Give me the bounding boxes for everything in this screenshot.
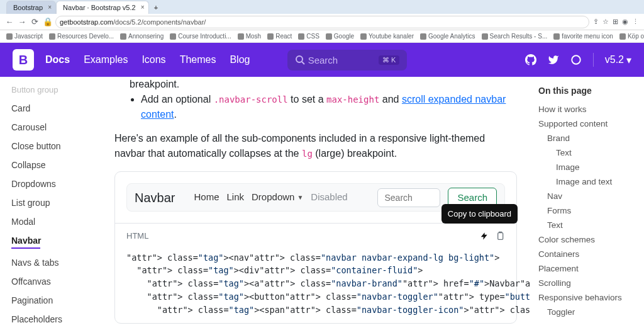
demo-search-input[interactable]: [377, 188, 440, 207]
github-icon[interactable]: [525, 54, 536, 65]
code-block[interactable]: "attr"> class="tag"><nav"attr"> class="n…: [115, 249, 516, 324]
address-bar-row: ← → ⟳ 🔒 getbootstrap.com/docs/5.2/compon…: [0, 14, 644, 30]
content-fragment: breakpoint. Add an optional .navbar-scro…: [114, 77, 517, 122]
bookmark[interactable]: Köp o sälj: [619, 33, 644, 40]
code-header: HTML Copy to clipboard: [115, 223, 516, 249]
bookmark[interactable]: Javascript: [6, 33, 43, 40]
toc-link[interactable]: Text: [538, 218, 640, 232]
bookmark[interactable]: Annonsering: [120, 33, 164, 40]
new-tab-button[interactable]: +: [149, 1, 163, 14]
toc-link[interactable]: Placement: [538, 261, 640, 276]
nav-link-disabled: Disabled: [311, 190, 347, 205]
bookmark[interactable]: Search Results - S...: [482, 33, 548, 40]
bookmark[interactable]: React: [267, 33, 292, 40]
profile-icon[interactable]: ◉: [622, 18, 628, 26]
toc-link[interactable]: Supported content: [538, 116, 640, 131]
doc-bullet: Add an optional .navbar-scroll to set a …: [141, 92, 517, 122]
sidebar-item[interactable]: Popovers: [11, 329, 101, 335]
tab-strip: Bootstrap× Navbar · Bootstrap v5.2× +: [0, 0, 644, 14]
close-icon[interactable]: ×: [48, 4, 52, 11]
sidebar-item[interactable]: Dropdowns: [11, 174, 101, 193]
components-sidebar: Button groupCardCarouselClose buttonColl…: [0, 77, 101, 335]
header-nav: DocsExamplesIconsThemesBlog: [45, 54, 250, 65]
bookmark[interactable]: favorite menu icon: [553, 33, 613, 40]
sidebar-item[interactable]: List group: [11, 193, 101, 212]
browser-tab[interactable]: Bootstrap×: [6, 1, 56, 14]
toc-link[interactable]: Toggler: [538, 305, 640, 319]
sidebar-item[interactable]: Modal: [11, 212, 101, 231]
code-token: lg: [302, 149, 313, 159]
browser-chrome: Bootstrap× Navbar · Bootstrap v5.2× + ← …: [0, 0, 644, 43]
sidebar-item[interactable]: Collapse: [11, 156, 101, 174]
nav-link[interactable]: Link: [227, 190, 245, 205]
toc-link[interactable]: Forms: [538, 203, 640, 218]
toc-title: On this page: [538, 86, 640, 96]
bookmark[interactable]: Course Introducti...: [170, 33, 231, 40]
svg-point-0: [296, 56, 303, 62]
header-nav-link[interactable]: Blog: [230, 54, 250, 65]
star-icon[interactable]: ☆: [602, 18, 609, 26]
toc-link[interactable]: Brand: [538, 131, 640, 145]
twitter-icon[interactable]: [548, 54, 559, 65]
toc-link[interactable]: Image and text: [538, 174, 640, 189]
forward-button[interactable]: →: [18, 17, 26, 26]
sidebar-item[interactable]: Navbar: [11, 231, 101, 253]
toc-link[interactable]: Color schemes: [538, 232, 640, 247]
sidebar-item[interactable]: Placeholders: [11, 310, 101, 329]
sidebar-item[interactable]: Navs & tabs: [11, 253, 101, 272]
chevron-down-icon: ▾: [626, 54, 631, 66]
toc-link[interactable]: Scrolling: [538, 276, 640, 290]
svg-point-2: [572, 55, 580, 64]
toc-link[interactable]: Text: [538, 145, 640, 160]
nav-dropdown[interactable]: Dropdown ▼: [252, 190, 303, 205]
code-token: max-height: [326, 94, 379, 105]
example-box: Navbar Home Link Dropdown ▼ Disabled Sea…: [114, 171, 517, 324]
opencollective-icon[interactable]: [570, 54, 582, 65]
sidebar-item[interactable]: Button group: [11, 81, 101, 99]
toc-link[interactable]: Image: [538, 160, 640, 174]
header-nav-link[interactable]: Themes: [180, 54, 216, 65]
svg-line-1: [302, 62, 304, 64]
browser-tab[interactable]: Navbar · Bootstrap v5.2×: [56, 1, 149, 14]
search-input[interactable]: Search ⌘ K: [287, 50, 407, 71]
toc-link[interactable]: Nav: [538, 189, 640, 203]
sidebar-item[interactable]: Pagination: [11, 291, 101, 310]
header-nav-link[interactable]: Examples: [84, 54, 128, 65]
extensions-icon[interactable]: ⊞: [613, 18, 618, 26]
bookmark[interactable]: Mosh: [238, 33, 261, 40]
back-button[interactable]: ←: [5, 17, 14, 26]
version-dropdown[interactable]: v5.2 ▾: [605, 54, 631, 66]
site-header: B DocsExamplesIconsThemesBlog Search ⌘ K…: [0, 43, 644, 77]
tooltip: Copy to clipboard: [441, 204, 518, 224]
nav-link-home[interactable]: Home: [194, 190, 219, 205]
header-nav-link[interactable]: Icons: [142, 54, 165, 65]
toc-link[interactable]: Containers: [538, 247, 640, 261]
navbar-brand[interactable]: Navbar: [135, 188, 175, 207]
header-nav-link[interactable]: Docs: [45, 54, 70, 65]
close-icon[interactable]: ×: [141, 4, 145, 11]
on-this-page: On this page How it worksSupported conte…: [531, 77, 644, 335]
stackblitz-icon[interactable]: [480, 230, 489, 242]
main-content: breakpoint. Add an optional .navbar-scro…: [101, 77, 531, 335]
reload-button[interactable]: ⟳: [30, 17, 39, 26]
toc-link[interactable]: How it works: [538, 102, 640, 116]
doc-paragraph: Here's an example of all the sub-compone…: [114, 131, 517, 161]
sidebar-item[interactable]: Close button: [11, 137, 101, 156]
sidebar-item[interactable]: Carousel: [11, 118, 101, 137]
bookmark[interactable]: CSS: [298, 33, 319, 40]
search-icon: [295, 55, 305, 65]
sidebar-item[interactable]: Offcanvas: [11, 272, 101, 291]
sidebar-item[interactable]: Card: [11, 99, 101, 118]
bookmark[interactable]: Youtube kanaler: [360, 33, 414, 40]
bookmark[interactable]: Resources Develo...: [49, 33, 114, 40]
share-icon[interactable]: ⇪: [593, 18, 599, 26]
kbd-hint: ⌘ K: [379, 55, 399, 65]
address-bar[interactable]: getbootstrap.com/docs/5.2/components/nav…: [55, 16, 589, 28]
bootstrap-logo[interactable]: B: [13, 49, 34, 71]
clipboard-icon[interactable]: [495, 230, 505, 242]
bookmark[interactable]: Google: [326, 33, 354, 40]
toc-link[interactable]: Responsive behaviors: [538, 290, 640, 305]
bookmark[interactable]: Google Analytics: [420, 33, 475, 40]
lock-icon: 🔒: [43, 17, 52, 26]
menu-icon[interactable]: ⋮: [632, 18, 639, 26]
